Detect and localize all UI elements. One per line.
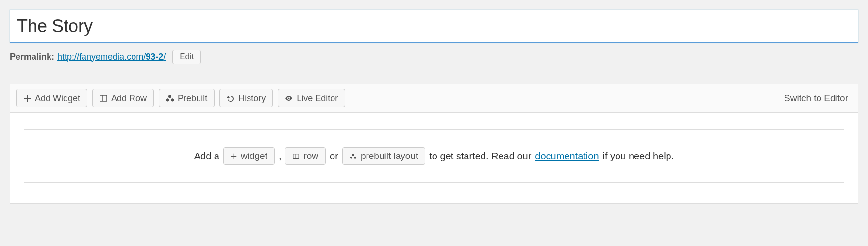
- permalink-label: Permalink:: [10, 52, 54, 62]
- permalink-slug: 93-2: [146, 52, 163, 62]
- permalink-base: http://fanyemedia.com/: [57, 52, 146, 62]
- permalink-edit-button[interactable]: Edit: [172, 50, 201, 64]
- empty-widget-label: widget: [241, 151, 267, 161]
- permalink-row: Permalink: http://fanyemedia.com/93-2/ E…: [10, 50, 858, 64]
- eye-icon: [285, 94, 293, 102]
- columns-icon: [100, 94, 107, 102]
- post-title-input[interactable]: [10, 10, 858, 43]
- empty-or: or: [330, 151, 338, 162]
- empty-comma: ,: [279, 151, 282, 162]
- cubes-icon: [350, 153, 357, 159]
- empty-prefix: Add a: [194, 151, 219, 162]
- prebuilt-label: Prebuilt: [178, 93, 207, 104]
- add-row-button[interactable]: Add Row: [92, 89, 154, 107]
- live-editor-label: Live Editor: [297, 93, 338, 104]
- history-button[interactable]: History: [219, 89, 273, 107]
- builder-toolbar: Add Widget Add Row Prebuilt History Live…: [10, 84, 858, 113]
- svg-rect-0: [100, 95, 107, 101]
- empty-prebuilt-button[interactable]: prebuilt layout: [342, 147, 425, 165]
- empty-suffix: if you need help.: [603, 151, 674, 162]
- permalink-trail: /: [163, 52, 166, 62]
- empty-widget-button[interactable]: widget: [223, 147, 275, 165]
- plus-icon: [23, 94, 31, 102]
- history-label: History: [238, 93, 266, 104]
- live-editor-button[interactable]: Live Editor: [278, 89, 345, 107]
- empty-row-label: row: [303, 151, 318, 161]
- svg-rect-2: [293, 154, 299, 158]
- add-widget-label: Add Widget: [35, 93, 80, 104]
- permalink-link[interactable]: http://fanyemedia.com/93-2/: [57, 52, 166, 62]
- cubes-icon: [166, 94, 174, 102]
- add-row-label: Add Row: [111, 93, 147, 104]
- switch-to-editor-link[interactable]: Switch to Editor: [784, 93, 852, 104]
- prebuilt-button[interactable]: Prebuilt: [159, 89, 215, 107]
- empty-row-button[interactable]: row: [285, 147, 326, 165]
- toolbar-left: Add Widget Add Row Prebuilt History Live…: [16, 89, 345, 107]
- builder-content: Add a widget , row or prebuilt layout to…: [10, 113, 858, 203]
- add-widget-button[interactable]: Add Widget: [16, 89, 87, 107]
- empty-middle: to get started. Read our: [429, 151, 531, 162]
- undo-icon: [227, 94, 234, 102]
- empty-state: Add a widget , row or prebuilt layout to…: [24, 129, 844, 183]
- columns-icon: [292, 153, 300, 159]
- plus-icon: [231, 153, 237, 159]
- page-builder-panel: Add Widget Add Row Prebuilt History Live…: [10, 84, 858, 204]
- documentation-link[interactable]: documentation: [535, 151, 599, 162]
- empty-prebuilt-label: prebuilt layout: [361, 151, 418, 161]
